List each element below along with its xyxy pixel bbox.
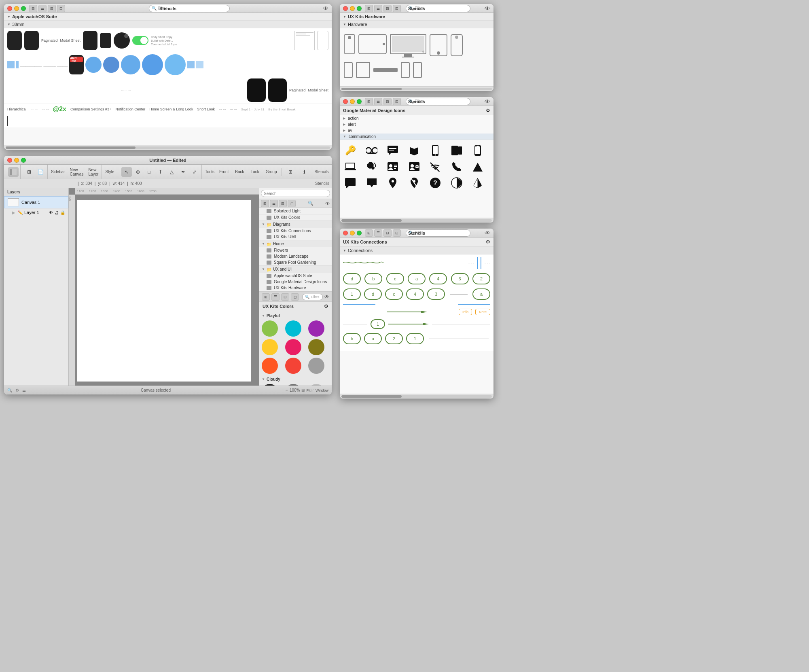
- stencil-folder-home[interactable]: ▼ 📁 Home: [259, 240, 332, 247]
- collapse-triangle-hardware[interactable]: ▼: [343, 15, 346, 19]
- swatch-gray[interactable]: [308, 358, 324, 374]
- stencil-view-1[interactable]: ⊞: [261, 200, 269, 207]
- swatch-cyan[interactable]: [285, 320, 301, 337]
- hw-view-3[interactable]: ⊟: [383, 5, 392, 12]
- color-eye-icon[interactable]: 👁: [324, 294, 329, 300]
- swatch-purple[interactable]: [308, 320, 324, 337]
- pen-tool[interactable]: ✒: [178, 167, 188, 177]
- view-icon-3[interactable]: ⊟: [48, 5, 56, 12]
- stencil-item-material[interactable]: Google Material Design Icons: [259, 279, 332, 285]
- eye-icon-material[interactable]: 👁: [485, 98, 490, 105]
- icon-invert-colors[interactable]: [470, 176, 485, 190]
- conn-view-1[interactable]: ⊞: [365, 229, 373, 237]
- view-icon-2[interactable]: ☰: [38, 5, 47, 12]
- icon-phone-iphone[interactable]: [470, 143, 485, 158]
- icon-phone-laptop[interactable]: [343, 159, 358, 174]
- minimize-button-watchos[interactable]: [14, 6, 19, 11]
- device-tablet-portrait[interactable]: [430, 34, 447, 56]
- mat-view-4[interactable]: ⊡: [393, 98, 401, 105]
- minimize-button-connections[interactable]: [350, 231, 355, 235]
- layer-eye-icon[interactable]: 👁: [49, 210, 53, 215]
- fullscreen-button-editor[interactable]: [21, 158, 26, 163]
- icon-no-location[interactable]: [407, 176, 421, 190]
- icon-no-wifi[interactable]: [428, 159, 443, 174]
- scrollbar-hardware[interactable]: [340, 86, 493, 91]
- icon-import-contacts[interactable]: [407, 143, 421, 158]
- icon-phone-tablet[interactable]: [449, 143, 464, 158]
- stencil-folder-ux[interactable]: ▼ 📁 UX and UI: [259, 266, 332, 273]
- grid-view-tool[interactable]: ⊞: [285, 167, 296, 177]
- triangle-playful[interactable]: ▼: [262, 314, 265, 318]
- conn-view-2[interactable]: ☰: [374, 229, 382, 237]
- conn-view-4[interactable]: ⊡: [393, 229, 401, 237]
- stencil-item-landscape[interactable]: Modern Landscape: [259, 253, 332, 259]
- stencil-view-4[interactable]: ◻: [288, 200, 296, 207]
- icon-help[interactable]: ?: [428, 176, 443, 190]
- conn-shape-3[interactable]: 3: [451, 273, 469, 284]
- icon-contrast[interactable]: [449, 176, 464, 190]
- label-group[interactable]: Group: [264, 170, 279, 174]
- view-icon-4[interactable]: ⊡: [57, 5, 65, 12]
- scrollbar-watchos[interactable]: [4, 145, 332, 150]
- device-sm-phone-1[interactable]: [344, 62, 353, 78]
- scrollbar-connections[interactable]: [340, 394, 493, 399]
- icon-key[interactable]: 🔑: [343, 143, 358, 158]
- icon-contact-mail[interactable]: [407, 159, 421, 174]
- layer-expand-icon[interactable]: ▶: [12, 210, 15, 215]
- sub-triangle-watchos[interactable]: ▼: [7, 23, 11, 26]
- fit-window-label[interactable]: Fit In Window: [306, 388, 328, 392]
- insert-tool[interactable]: □: [144, 167, 155, 177]
- label-stencils[interactable]: Stencils: [313, 170, 330, 174]
- eye-icon-connections[interactable]: 👁: [485, 230, 490, 236]
- hw-view-4[interactable]: ⊡: [393, 5, 401, 12]
- device-phone-tall[interactable]: [344, 34, 355, 54]
- device-sm-phone-3[interactable]: [413, 62, 422, 78]
- stencil-item-flowers[interactable]: Flowers: [259, 247, 332, 253]
- conn-shape-1[interactable]: 1: [343, 288, 361, 300]
- device-monitor[interactable]: [390, 34, 426, 54]
- conn-shape-3b[interactable]: 3: [427, 288, 445, 300]
- gear-icon-status[interactable]: ⚙: [15, 388, 19, 392]
- color-view-4[interactable]: ◻: [291, 293, 299, 301]
- label-tools[interactable]: Tools: [203, 170, 216, 174]
- zoom-minus[interactable]: −: [286, 388, 288, 392]
- move-tool[interactable]: ⤢: [189, 167, 200, 177]
- shape-tool[interactable]: △: [167, 167, 177, 177]
- color-view-1[interactable]: ⊞: [262, 293, 270, 301]
- swatch-pink[interactable]: [285, 339, 301, 355]
- category-action[interactable]: ▶ action: [340, 115, 493, 121]
- canvas-area[interactable]: 1100120013001400150016001700 40050060070…: [69, 188, 259, 386]
- conn-shape-a3[interactable]: a: [364, 333, 382, 344]
- layer-lock-icon[interactable]: 🔒: [60, 210, 65, 215]
- icon-chat[interactable]: [385, 143, 400, 158]
- stencil-view-2[interactable]: ☰: [270, 200, 278, 207]
- icon-call[interactable]: [449, 159, 464, 174]
- eye-icon-hardware[interactable]: 👁: [485, 5, 490, 12]
- sub-triangle-connections[interactable]: ▼: [343, 249, 346, 252]
- label-back[interactable]: Back: [233, 170, 246, 174]
- icon-location[interactable]: [385, 176, 400, 190]
- conn-shape-c[interactable]: c: [386, 273, 404, 284]
- color-view-3[interactable]: ⊟: [281, 293, 289, 301]
- sidebar-toggle[interactable]: [8, 167, 19, 177]
- fullscreen-button-watchos[interactable]: [21, 6, 26, 11]
- text-tool[interactable]: T: [155, 167, 166, 177]
- icon-message[interactable]: [343, 176, 358, 190]
- alert-watch[interactable]: Alert Title: [69, 55, 84, 74]
- mat-view-1[interactable]: ⊞: [365, 98, 373, 105]
- inspect-tool[interactable]: ℹ: [299, 167, 309, 177]
- fullscreen-button-hardware[interactable]: [357, 6, 362, 11]
- fullscreen-button-material[interactable]: [357, 99, 362, 104]
- stencil-filter-icon[interactable]: 🔍: [308, 201, 313, 206]
- conn-shape-2[interactable]: 2: [472, 273, 490, 284]
- watch-paginated-2[interactable]: [247, 78, 266, 102]
- icon-contact-phone[interactable]: [385, 159, 400, 174]
- layer-icon[interactable]: 📄: [35, 167, 46, 177]
- swatch-orange[interactable]: [262, 358, 278, 374]
- watch-modal-2[interactable]: [268, 78, 287, 102]
- search-icon-status[interactable]: 🔍: [7, 388, 12, 392]
- conn-shape-4b[interactable]: 4: [406, 288, 424, 300]
- hw-view-1[interactable]: ⊞: [365, 5, 373, 12]
- label-sidebar[interactable]: Sidebar: [49, 170, 66, 174]
- material-gear-icon[interactable]: ⚙: [486, 108, 490, 113]
